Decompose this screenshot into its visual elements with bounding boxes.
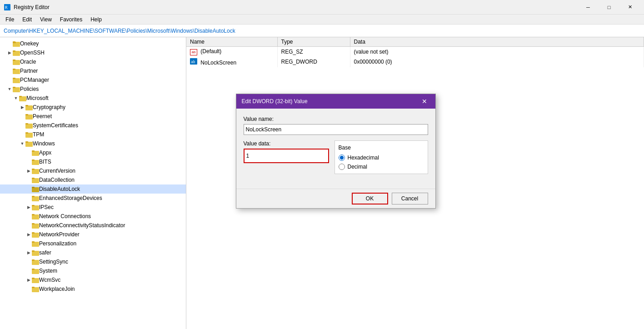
col-data: Data xyxy=(350,37,644,47)
tree-item-networkconnectivitystatusindicator[interactable]: NetworkConnectivityStatusIndicator xyxy=(0,221,186,230)
radio-hexadecimal-input[interactable] xyxy=(339,155,345,161)
table-row[interactable]: ab (Default) REG_SZ (value not set) xyxy=(186,47,644,57)
folder-icon xyxy=(32,177,39,183)
reg-dword-icon: ab xyxy=(190,58,197,65)
value-data-input[interactable] xyxy=(244,149,329,163)
folder-icon xyxy=(25,131,33,138)
tree-label: Onekey xyxy=(20,40,39,47)
tree-item-windows[interactable]: ▼ Windows xyxy=(0,139,186,148)
tree-item-openssh[interactable]: ▶ OpenSSH xyxy=(0,48,186,57)
col-type: Type xyxy=(277,37,350,47)
tree-label: Appx xyxy=(39,150,51,156)
svg-rect-30 xyxy=(32,160,35,161)
tree-item-policies[interactable]: ▼ Policies xyxy=(0,85,186,94)
address-bar: Computer\HKEY_LOCAL_MACHINE\SOFTWARE\Pol… xyxy=(0,25,644,37)
tree-item-appx[interactable]: Appx xyxy=(0,148,186,157)
menu-file[interactable]: File xyxy=(2,15,18,24)
svg-text:ab: ab xyxy=(191,60,195,64)
svg-rect-48 xyxy=(32,241,35,243)
tree-item-datacollection[interactable]: DataCollection xyxy=(0,175,186,184)
tree-item-tpm[interactable]: TPM xyxy=(0,130,186,139)
base-title: Base xyxy=(339,145,424,151)
svg-rect-36 xyxy=(32,187,35,188)
tree-label: TPM xyxy=(33,131,44,138)
tree-item-system[interactable]: System xyxy=(0,266,186,275)
tree-item-personalization[interactable]: Personalization xyxy=(0,239,186,248)
cell-data: 0x00000000 (0) xyxy=(350,57,644,67)
radio-decimal-input[interactable] xyxy=(339,164,345,170)
close-button[interactable]: ✕ xyxy=(619,0,640,15)
tree-label: Cryptography xyxy=(33,104,65,110)
folder-icon xyxy=(32,268,39,274)
tree-label: IPSec xyxy=(39,204,54,210)
tree-item-ipsec[interactable]: ▶ IPSec xyxy=(0,203,186,212)
value-name-label: Value name: xyxy=(244,116,428,122)
svg-rect-50 xyxy=(32,250,35,252)
menu-bar: File Edit View Favorites Help xyxy=(0,15,644,25)
tree-label: Partner xyxy=(20,68,38,74)
radio-decimal[interactable]: Decimal xyxy=(339,164,424,170)
tree-item-currentversion[interactable]: ▶ CurrentVersion xyxy=(0,166,186,175)
folder-icon xyxy=(32,195,39,201)
svg-rect-46 xyxy=(32,232,35,234)
tree-label: OpenSSH xyxy=(20,50,45,56)
cell-name: ab (Default) xyxy=(186,47,277,57)
menu-edit[interactable]: Edit xyxy=(19,15,35,24)
tree-pane[interactable]: Onekey ▶ OpenSSH Oracle Partner xyxy=(0,37,186,329)
svg-rect-18 xyxy=(25,105,28,106)
folder-icon xyxy=(13,68,20,74)
tree-item-settingsync[interactable]: SettingSync xyxy=(0,257,186,266)
minimize-button[interactable]: ─ xyxy=(578,0,599,15)
cancel-button[interactable]: Cancel xyxy=(392,193,428,204)
svg-rect-4 xyxy=(13,41,15,43)
svg-rect-22 xyxy=(25,123,28,125)
tree-item-partner[interactable]: Partner xyxy=(0,66,186,75)
tree-item-cryptography[interactable]: ▶ Cryptography xyxy=(0,103,186,112)
ok-button[interactable]: OK xyxy=(352,193,388,204)
tree-item-networkprovider[interactable]: ▶ NetworkProvider xyxy=(0,230,186,239)
folder-icon xyxy=(32,277,39,283)
tree-item-systemcertificates[interactable]: SystemCertificates xyxy=(0,121,186,130)
tree-label: Network Connections xyxy=(39,213,91,219)
tree-item-enhancedstoragedevices[interactable]: EnhancedStorageDevices xyxy=(0,194,186,203)
title-bar-left: R Registry Editor xyxy=(4,4,50,11)
menu-favorites[interactable]: Favorites xyxy=(56,15,86,24)
tree-item-pcmanager[interactable]: PCManager xyxy=(0,75,186,85)
maximize-button[interactable]: □ xyxy=(599,0,619,15)
tree-item-onekey[interactable]: Onekey xyxy=(0,39,186,48)
window-controls: ─ □ ✕ xyxy=(578,0,640,15)
tree-item-wcmsvc[interactable]: ▶ WcmSvc xyxy=(0,275,186,284)
tree-item-microsoft[interactable]: ▼ Microsoft xyxy=(0,94,186,103)
tree-item-safer[interactable]: ▶ safer xyxy=(0,248,186,257)
svg-rect-42 xyxy=(32,214,35,215)
chevron-icon: ▶ xyxy=(25,205,32,209)
svg-rect-14 xyxy=(13,87,15,88)
svg-rect-40 xyxy=(32,205,35,206)
tree-label: WorkplaceJoin xyxy=(39,286,75,292)
tree-item-networkconnections[interactable]: Network Connections xyxy=(0,212,186,221)
dialog-close-button[interactable]: ✕ xyxy=(419,96,430,107)
folder-icon xyxy=(32,186,39,192)
tree-item-workplacejoin[interactable]: WorkplaceJoin xyxy=(0,284,186,294)
col-name: Name xyxy=(186,37,277,47)
folder-icon xyxy=(25,104,33,110)
app-title: Registry Editor xyxy=(14,4,50,10)
folder-icon xyxy=(13,40,20,47)
folder-icon xyxy=(13,77,20,83)
chevron-icon: ▶ xyxy=(25,169,32,173)
folder-icon xyxy=(19,95,26,101)
chevron-icon: ▼ xyxy=(19,141,25,146)
chevron-icon: ▶ xyxy=(25,232,32,237)
title-bar: R Registry Editor ─ □ ✕ xyxy=(0,0,644,15)
radio-hexadecimal[interactable]: Hexadecimal xyxy=(339,155,424,161)
tree-item-disableautolock[interactable]: DisableAutoLock xyxy=(0,184,186,194)
table-row[interactable]: ab NoLockScreen REG_DWORD 0x00000000 (0) xyxy=(186,57,644,67)
folder-icon xyxy=(32,259,39,265)
tree-item-bits[interactable]: BITS xyxy=(0,157,186,166)
svg-rect-54 xyxy=(32,269,35,270)
tree-item-oracle[interactable]: Oracle xyxy=(0,57,186,66)
value-data-label: Value data: xyxy=(244,140,329,147)
tree-item-peernet[interactable]: Peernet xyxy=(0,112,186,121)
menu-help[interactable]: Help xyxy=(87,15,105,24)
menu-view[interactable]: View xyxy=(36,15,55,24)
